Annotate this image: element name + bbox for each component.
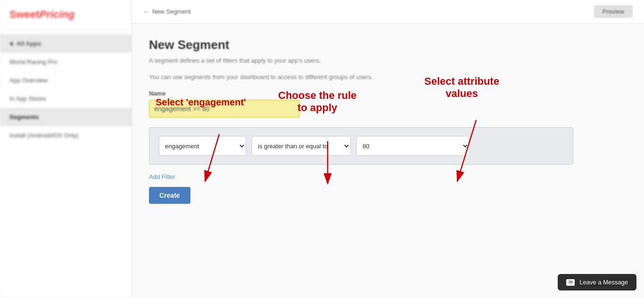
all-apps-label: All Apps: [17, 40, 41, 47]
logo: SweetPricing: [0, 0, 132, 30]
topbar-back-button[interactable]: ← New Segment: [143, 8, 191, 15]
sidebar-nav: All Apps World Racing Pro App Overview I…: [0, 34, 132, 145]
chat-icon: [566, 279, 575, 286]
sidebar: SweetPricing All Apps World Racing Pro A…: [0, 0, 132, 298]
chat-label: Leave a Message: [579, 279, 628, 286]
logo-pricing: Pricing: [40, 8, 75, 20]
app-overview-label: App Overview: [9, 77, 48, 84]
rule-select[interactable]: is greater than or equal to is less than…: [252, 136, 351, 156]
chat-widget[interactable]: Leave a Message: [558, 274, 636, 290]
in-app-stores-label: In App Stores: [9, 95, 46, 102]
install-label: Install (Android/iOS Only): [9, 132, 79, 139]
page-description-2: You can use segments from your dashboard…: [149, 73, 627, 81]
logo-sweet: Sweet: [9, 8, 40, 20]
sidebar-item-world-racing[interactable]: World Racing Pro: [0, 53, 132, 71]
preview-button[interactable]: Preview: [594, 5, 633, 18]
sidebar-item-all-apps[interactable]: All Apps: [0, 34, 132, 53]
value-select[interactable]: 80 50 90 100: [356, 136, 470, 156]
sidebar-item-install[interactable]: Install (Android/iOS Only): [0, 126, 132, 145]
topbar: ← New Segment Preview: [132, 0, 644, 24]
world-racing-label: World Racing Pro: [9, 58, 58, 65]
add-filter-link[interactable]: Add Filter: [149, 173, 175, 180]
main-content: ← New Segment Preview New Segment A segm…: [132, 0, 644, 298]
annotation-layer: Select 'engagement' Choose the ruleto ap…: [132, 24, 644, 218]
arrows-svg: [132, 24, 644, 218]
create-button[interactable]: Create: [149, 187, 190, 204]
page-description-1: A segment defines a set of filters that …: [149, 57, 627, 64]
name-input-display[interactable]: engagement >= 80: [149, 100, 300, 118]
attribute-select[interactable]: engagement country language sessions ver…: [159, 136, 246, 156]
name-field-label: Name: [149, 90, 627, 97]
page-content: New Segment A segment defines a set of f…: [132, 24, 644, 218]
page-title: New Segment: [149, 38, 627, 52]
back-arrow-icon: ←: [143, 8, 149, 15]
sidebar-item-in-app-stores[interactable]: In App Stores: [0, 89, 132, 108]
topbar-title: New Segment: [152, 8, 191, 15]
sidebar-item-segments[interactable]: Segments: [0, 108, 132, 126]
segments-label: Segments: [9, 113, 39, 121]
filter-area: engagement country language sessions ver…: [149, 127, 573, 165]
arrow-left-icon: [9, 41, 13, 46]
sidebar-item-app-overview[interactable]: App Overview: [0, 71, 132, 89]
